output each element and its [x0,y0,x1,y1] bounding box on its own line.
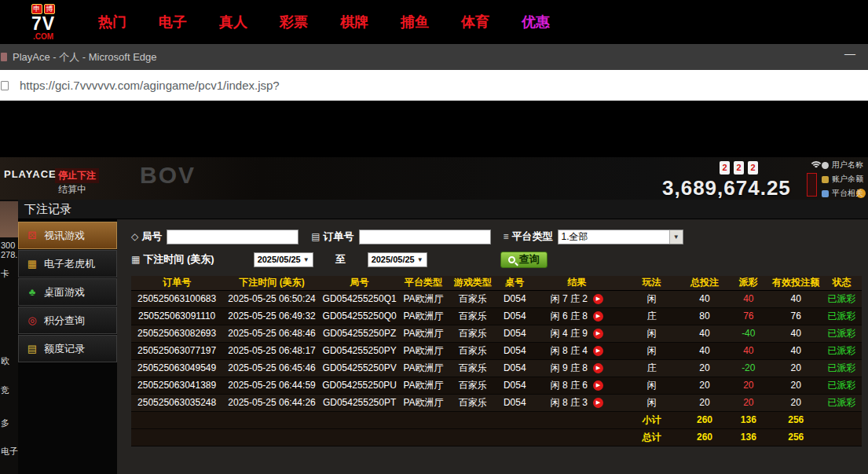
edge-fragment: 欧 [1,355,9,367]
edge-fragment: 278. [1,250,17,259]
records-content: ◇ 局号 ▤ 订单号 ≡ 平台类型 [117,219,868,474]
user-icon [822,162,829,169]
nav-item-lottery[interactable]: 彩票 [280,13,308,31]
nav-item-slots[interactable]: 电子 [159,13,187,31]
sidebar-item-points-query[interactable]: ◎ 积分查询 [18,307,117,334]
nav-item-promo[interactable]: 优惠 [522,13,550,31]
subtotal-valid-bet: 256 [771,411,822,428]
play-icon[interactable]: ▶ [593,311,603,322]
col-play: 玩法 [621,276,683,290]
cell-play: 闲 [621,394,683,411]
col-payout: 派彩 [727,276,771,290]
cell-valid-bet: 76 [771,307,822,325]
cell-payout: 40 [727,342,771,359]
cell-game-type: 百家乐 [449,394,496,411]
filter-row-2: ▦ 下注时间 (美东) 2025/05/25 ▼ 至 2025/05/25 ▼ [131,250,868,269]
cell-payout: 20 [727,377,771,394]
sidebar-item-label: 视讯游戏 [44,229,85,243]
result-text: 闲 6 庄 8 [551,310,588,322]
minimize-icon[interactable]: — [844,47,855,60]
sidebar-item-label: 电子老虎机 [44,257,95,271]
nav-item-sports[interactable]: 体育 [461,13,489,31]
play-icon[interactable]: ▶ [593,294,603,304]
table-row: 250525063100683 2025-05-25 06:50:24 GD05… [131,290,862,307]
cell-payout: -40 [727,325,771,342]
cell-time: 2025-05-25 06:45:46 [222,359,321,377]
playace-brand: PLAYACE [4,168,57,180]
cell-order: 250525063035248 [131,394,222,411]
platform-row[interactable]: 平台相关 [822,188,863,199]
sidebar-item-slot-machines[interactable]: ▦ 电子老虎机 [18,250,117,277]
cell-platform: PA欧洲厅 [397,377,449,394]
cell-result: 闲 9 庄 8▶ [533,359,621,377]
nav-item-fishing[interactable]: 捕鱼 [401,13,429,31]
balance-row[interactable]: 账户余额 [822,174,863,185]
play-icon[interactable]: ▶ [593,398,603,408]
date-from-select[interactable]: 2025/05/25 ▼ [254,252,313,267]
cell-total-bet: 80 [683,307,727,325]
nav-item-hot[interactable]: 热门 [98,13,126,31]
cell-order: 250525063049549 [131,359,222,377]
left-edge-strip: 300 278. 卡 欧 竞 多 电子 [0,200,18,474]
cell-total-bet: 40 [683,342,727,359]
cell-payout: 76 [727,307,771,325]
logo-text: 7V [31,14,55,33]
subtotal-label: 小计 [621,411,683,428]
bet-records-table: 订单号 下注时间 (美东) 局号 平台类型 游戏类型 桌号 结果 玩法 总投注 … [131,276,862,446]
cell-round: GD054255250Q1 [321,290,398,307]
result-text: 闲 9 庄 8 [551,362,588,373]
order-number-input[interactable] [359,230,491,244]
calendar-icon: ▦ [131,254,140,265]
query-button[interactable]: 查询 [500,252,548,268]
col-game-type: 游戏类型 [449,276,496,290]
grand-total-valid-bet: 256 [771,428,822,446]
cell-play: 庄 [621,307,683,325]
cell-status: 已派彩 [822,377,862,394]
cell-order: 250525063091110 [131,307,222,325]
grand-total-row: 总计 260 136 256 [131,428,862,446]
sidebar-item-quota-records[interactable]: ▤ 额度记录 [18,335,117,362]
cell-platform: PA欧洲厅 [397,342,449,359]
username-row[interactable]: 用户名称 [822,160,863,171]
platform-type-select[interactable]: 1.全部 ▼ [558,230,683,244]
cell-table-no: D054 [496,290,533,307]
cell-total-bet: 20 [683,377,727,394]
chevron-down-icon[interactable]: ▼ [669,230,683,244]
table-game-icon: ♣ [26,286,38,298]
round-number-input[interactable] [167,230,298,244]
cell-game-type: 百家乐 [449,377,496,394]
window-titlebar: PlayAce - 个人 - Microsoft Edge — [0,44,868,70]
card: 2 [720,161,730,175]
cell-result: 闲 7 庄 2▶ [533,290,621,307]
wallet-icon [822,176,829,183]
cell-valid-bet: 20 [771,394,822,411]
card-row: 2 2 2 [720,161,758,175]
nav-items: 热门 电子 真人 彩票 棋牌 捕鱼 体育 优惠 [98,13,550,31]
nav-item-board-games[interactable]: 棋牌 [340,13,368,31]
play-icon[interactable]: ▶ [593,346,603,356]
stop-betting-label: 停止下注 [55,168,99,183]
url-text[interactable]: https://gci.7vvvvvv.com/agingame/pcv1/in… [20,79,280,92]
col-result: 结果 [533,276,621,290]
cell-round: GD054255250PZ [321,325,398,342]
nav-item-live[interactable]: 真人 [219,13,247,31]
panel-main: 下注记录 ⚄ 视讯游戏 ▦ 电子老虎机 ♣ 桌面游戏 [18,200,868,474]
cell-play: 庄 [621,359,683,377]
sidebar-item-live-games[interactable]: ⚄ 视讯游戏 [18,222,117,249]
table-row: 250525063077197 2025-05-25 06:48:17 GD05… [131,342,862,359]
play-icon[interactable]: ▶ [593,380,603,391]
cell-table-no: D054 [496,394,533,411]
panel-header: 下注记录 [18,200,868,219]
balance-amount: 3,689,674.25 [662,176,791,200]
result-text: 闲 8 庄 6 [551,380,588,391]
play-icon[interactable]: ▶ [593,329,603,339]
cell-status: 已派彩 [822,290,862,307]
dealer-photo-fragment [0,201,18,237]
document-icon: ▤ [26,343,38,355]
site-logo[interactable]: 申 博 7V .COM [16,4,71,40]
date-to-select[interactable]: 2025/05/25 ▼ [368,252,427,267]
play-icon[interactable]: ▶ [593,363,603,373]
cell-status: 已派彩 [822,342,862,359]
sidebar-item-table-games[interactable]: ♣ 桌面游戏 [18,278,117,306]
game-background-strip: PLAYACE 停止下注 结算中 BOV 2 2 2 3,689,674.25 … [0,157,868,200]
